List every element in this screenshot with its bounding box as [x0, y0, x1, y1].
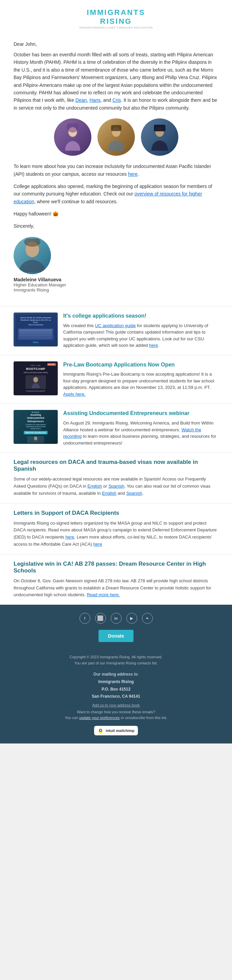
footer-address: Our mailing address is: Immigrants Risin… [14, 671, 218, 700]
youtube-icon[interactable]: ▶ [126, 613, 137, 624]
card-content-prelaw: Pre-Law Bootcamp Applications Now Open I… [63, 361, 218, 398]
nilc-link[interactable]: here [93, 542, 102, 547]
email-body: Dear John, October has been an eventful … [0, 35, 232, 306]
card-title-college: It's college applications season! [63, 313, 218, 320]
svg-point-13 [100, 729, 102, 731]
footer-copyright: Copyright © 2023 Immigrants Rising. All … [14, 654, 218, 666]
apply-link[interactable]: Apply here. [63, 391, 86, 397]
higher-ed-link[interactable]: overview of resources for higher educati… [14, 191, 202, 204]
link-hans[interactable]: Hans [90, 97, 101, 103]
card-image-college: Quick Guide for UndocumentedStudents App… [14, 313, 58, 347]
masa-link[interactable]: here [65, 535, 74, 539]
csu-link[interactable]: here [149, 343, 158, 348]
link-cris[interactable]: Cris [112, 97, 121, 103]
section-daca-spanish: Legal resources on DACA and trauma-based… [0, 452, 232, 503]
signer-name: Madeleine Villanueva [14, 277, 218, 282]
daca-faq-spanish-link[interactable]: Spanish [108, 484, 124, 488]
logo: IMMIGRANTS RISING TRANSFORMING LIVES THR… [7, 8, 225, 29]
resource-paragraph: To learn more about how you can increase… [14, 162, 218, 178]
social-icons-row: f ⬜ in ▶ ⚭ [14, 613, 218, 624]
resource-link[interactable]: here [128, 171, 138, 177]
watch-btn-img: Watch the recording here [24, 431, 48, 434]
donate-button[interactable]: Donate [99, 630, 133, 642]
mailchimp-logo-icon [98, 727, 104, 733]
svg-point-9 [33, 377, 38, 382]
trauma-visa-spanish-link[interactable]: Spanish [126, 491, 142, 496]
svg-rect-6 [154, 125, 165, 132]
section-body-ab278: On October 8, Gov. Gavin Newsom signed A… [14, 578, 218, 598]
svg-point-2 [67, 124, 79, 133]
address-book-link[interactable]: Add us to your address book [14, 703, 218, 707]
svg-point-10 [34, 436, 37, 441]
card-body-college: We created this UC application guide for… [63, 322, 218, 349]
card-content-entrepreneurs: Assisting Undocumented Entrepreneurs web… [63, 410, 218, 446]
card-entrepreneurs: RISING AssistingUndocumentedEntrepreneur… [0, 404, 232, 452]
daca-faq-english-link[interactable]: English [87, 484, 102, 488]
card-prelaw: RISING PRE-LAW BOOTCAMP APPLICATIONS NOW… [0, 355, 232, 404]
trauma-visa-english-link[interactable]: English [102, 491, 117, 496]
svg-point-14 [99, 732, 102, 733]
email-footer: f ⬜ in ▶ ⚭ Donate Copyright © 2023 Immig… [0, 605, 232, 743]
link-dean[interactable]: Dean [75, 97, 86, 103]
section-title-daca-letters: Letters in Support of DACA Recipients [14, 510, 218, 517]
email-header: IMMIGRANTS RISING TRANSFORMING LIVES THR… [0, 0, 232, 35]
card-body-prelaw: Immigrants Rising's Pre-Law Bootcamp is … [63, 371, 218, 397]
person-photo-2 [98, 118, 135, 156]
svg-rect-4 [111, 125, 121, 131]
email-wrapper: IMMIGRANTS RISING TRANSFORMING LIVES THR… [0, 0, 232, 743]
intro-paragraph: October has been an eventful month fille… [14, 51, 218, 111]
card-image-entrepreneurs: RISING AssistingUndocumentedEntrepreneur… [14, 410, 58, 444]
mailchimp-badge: intuit mailchimp [14, 726, 218, 735]
rising-badge: RISING [47, 363, 56, 366]
facebook-icon[interactable]: f [80, 613, 90, 624]
signer-photo [14, 237, 51, 274]
signer-title: Higher Education Manager [14, 282, 218, 287]
section-body-daca-spanish: Some of our widely-accessed legal resour… [14, 476, 218, 497]
section-title-ab278: Legislative win in CA! AB 278 passes: Dr… [14, 561, 218, 574]
card-title-entrepreneurs: Assisting Undocumented Entrepreneurs web… [63, 410, 218, 417]
watch-recording-link[interactable]: Watch the recording [63, 427, 201, 439]
update-prefs-link[interactable]: update your preferences [79, 716, 120, 720]
section-daca-letters: Letters in Support of DACA Recipients Im… [0, 503, 232, 554]
card-title-prelaw: Pre-Law Bootcamp Applications Now Open [63, 361, 218, 369]
uc-guide-link[interactable]: UC application guide [95, 323, 136, 328]
logo-main: IMMIGRANTS RISING [7, 8, 225, 26]
mailchimp-text: intuit mailchimp [106, 729, 134, 733]
college-paragraph: College applications also opened, markin… [14, 183, 218, 205]
person-photo-1 [54, 118, 91, 156]
instagram-icon[interactable]: ⬜ [95, 613, 106, 624]
linkedin-icon[interactable]: in [111, 613, 122, 624]
halloween-text: Happy halloween! 🎃 [14, 210, 218, 218]
card-college-apps: Quick Guide for UndocumentedStudents App… [0, 306, 232, 355]
section-ab278: Legislative win in CA! AB 278 passes: Dr… [0, 554, 232, 605]
ab278-read-more-link[interactable]: Read more here. [86, 592, 120, 597]
photos-row [14, 118, 218, 156]
person-photo-3 [141, 118, 178, 156]
signature-section: Madeleine Villanueva Higher Education Ma… [14, 237, 218, 293]
section-body-daca-letters: Immigrants Rising co-signed letters orga… [14, 520, 218, 548]
greeting-text: Dear John, [14, 41, 218, 47]
footer-prefs: Want to change how you receive these ema… [14, 709, 218, 721]
card-content-college: It's college applications season! We cre… [63, 313, 218, 349]
card-image-prelaw: RISING PRE-LAW BOOTCAMP APPLICATIONS NOW… [14, 361, 58, 395]
card-body-entrepreneurs: On August 29, Immigrants Rising, Welcomi… [63, 420, 218, 446]
section-title-daca-spanish: Legal resources on DACA and trauma-based… [14, 459, 218, 473]
logo-tagline: TRANSFORMING LIVES THROUGH EDUCATION [7, 26, 225, 29]
sincerely-text: Sincerely, [14, 222, 218, 230]
signer-org: Immigrants Rising [14, 287, 218, 293]
link-icon[interactable]: ⚭ [142, 613, 153, 624]
